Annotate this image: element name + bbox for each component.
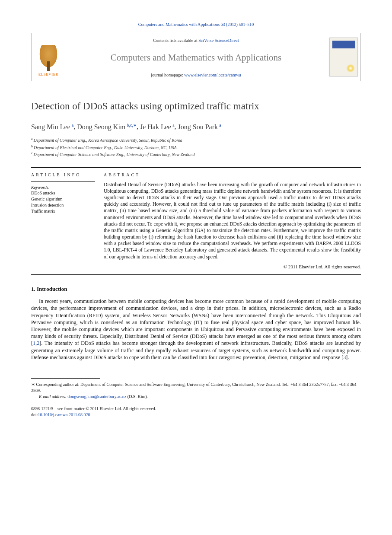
author-affiliation-marker: b,c,: [127, 122, 133, 127]
publisher-logo: ELSEVIER: [32, 33, 65, 81]
author: Dong Seong Kim b,c,∗: [77, 123, 137, 131]
affiliation-key: a: [31, 137, 34, 141]
bottom-matter: 0898-1221/$ – see front matter © 2011 El…: [31, 406, 361, 418]
author: Jong Sou Park a: [178, 123, 221, 131]
homepage-link[interactable]: www.elsevier.com/locate/camwa: [184, 73, 241, 77]
affiliation: c Department of Computer Science and Sof…: [31, 151, 361, 158]
abstract-column: ABSTRACT Distributed Denial of Service (…: [104, 168, 361, 270]
author-affiliation-marker: a: [72, 122, 73, 127]
keywords-label: Keywords:: [31, 185, 95, 191]
author: Je Hak Lee a: [140, 123, 175, 131]
abstract-heading: ABSTRACT: [104, 168, 361, 182]
info-abstract-row: ARTICLE INFO Keywords: DDoS attacksGenet…: [31, 168, 361, 270]
article-title: Detection of DDoS attacks using optimize…: [31, 100, 361, 113]
header-center: Contents lists available at SciVerse Sci…: [65, 33, 327, 81]
introduction-paragraph: In recent years, communication between m…: [31, 298, 361, 361]
publisher-name: ELSEVIER: [38, 72, 59, 77]
email-link[interactable]: dongseong.kim@canterbury.ac.nz: [67, 394, 126, 399]
author-affiliation-marker: a: [172, 122, 174, 127]
doi-label: doi:: [31, 412, 38, 417]
author-affiliation-marker: a: [219, 122, 221, 127]
cover-thumbnail-icon: [329, 38, 358, 76]
citation-ref[interactable]: 1,2: [33, 340, 39, 346]
affiliation-key: c: [31, 151, 34, 155]
corr-author-text: Corresponding author at: Department of C…: [31, 382, 356, 393]
article-info-heading: ARTICLE INFO: [31, 168, 95, 182]
footnotes: ∗ Corresponding author at: Department of…: [31, 381, 361, 400]
citation-line: Computers and Mathematics with Applicati…: [31, 22, 361, 28]
citation-ref[interactable]: 3: [343, 354, 346, 360]
info-divider: [31, 182, 95, 182]
affiliation: b Department of Electrical and Computer …: [31, 144, 361, 151]
keyword: DDoS attacks: [31, 190, 95, 196]
doi-link[interactable]: 10.1016/j.camwa.2011.08.020: [38, 412, 90, 417]
author: Sang Min Lee a: [31, 123, 73, 131]
article-info-column: ARTICLE INFO Keywords: DDoS attacksGenet…: [31, 168, 104, 270]
journal-header: ELSEVIER Contents lists available at Sci…: [31, 33, 361, 81]
elsevier-tree-icon: [37, 45, 60, 71]
email-suffix: (D.S. Kim).: [127, 394, 148, 399]
affiliation: a Department of Computer Eng., Korea Aer…: [31, 137, 361, 143]
corresponding-marker: ∗: [133, 122, 137, 127]
issn-line: 0898-1221/$ – see front matter © 2011 El…: [31, 406, 361, 412]
keyword: Genetic algorithm: [31, 196, 95, 202]
email-footnote: E-mail address: dongseong.kim@canterbury…: [31, 394, 361, 400]
journal-cover: [327, 33, 360, 81]
keywords-list: DDoS attacksGenetic algorithmIntrusion d…: [31, 190, 95, 214]
email-label: E-mail address:: [39, 394, 67, 399]
affiliation-key: b: [31, 144, 34, 148]
asterisk-icon: ∗: [31, 382, 35, 387]
abstract-text: Distributed Denial of Service (DDoS) att…: [104, 182, 361, 260]
contents-available: Contents lists available at SciVerse Sci…: [69, 38, 323, 44]
keyword: Intrusion detection: [31, 202, 95, 208]
sciencedirect-link[interactable]: SciVerse ScienceDirect: [198, 38, 239, 43]
keyword: Traffic matrix: [31, 208, 95, 214]
doi-line: doi:10.1016/j.camwa.2011.08.020: [31, 412, 361, 418]
journal-title: Computers and Mathematics with Applicati…: [69, 51, 323, 64]
homepage-prefix: journal homepage:: [151, 73, 184, 77]
footnote-divider: [31, 378, 100, 379]
affiliations: a Department of Computer Eng., Korea Aer…: [31, 137, 361, 158]
section-1-heading: 1. Introduction: [31, 285, 361, 293]
corresponding-author-footnote: ∗ Corresponding author at: Department of…: [31, 381, 361, 394]
author-list: Sang Min Lee a, Dong Seong Kim b,c,∗, Je…: [31, 122, 361, 131]
copyright-line: © 2011 Elsevier Ltd. All rights reserved…: [104, 264, 361, 270]
journal-homepage: journal homepage: www.elsevier.com/locat…: [69, 72, 323, 78]
contents-prefix: Contents lists available at: [153, 38, 198, 43]
divider: [31, 274, 361, 275]
